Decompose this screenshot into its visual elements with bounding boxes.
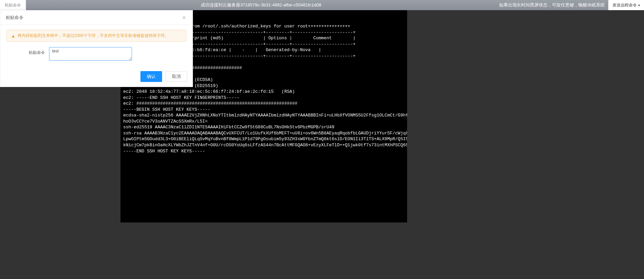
toolbar-spacer — [325, 0, 496, 10]
paste-field-control — [49, 47, 132, 62]
top-tab-paste[interactable]: 粘贴命令 — [0, 0, 26, 10]
form-row-paste: 粘贴命令 — [6, 47, 186, 62]
dialog-header: 粘贴命令 × — [0, 10, 193, 25]
black-screen-hint: 如果出现长时间黑屏状态，可按任意键，唤醒休眠系统 — [496, 0, 608, 10]
top-toolbar: 粘贴命令 成功连接到云服务器3718579c-3b31-4892-afbe-c5… — [0, 0, 644, 10]
confirm-button[interactable]: 确认 — [140, 71, 162, 82]
close-icon: × — [182, 14, 186, 21]
warning-icon: ▲ — [11, 33, 16, 39]
cancel-button[interactable]: 取消 — [165, 71, 187, 82]
send-remote-command-button[interactable]: 发送远程命令 ▾ — [608, 0, 644, 10]
alert-text: 将内容粘贴到文本框中，不超过2000个字符，不支持中文等非标准键盘值特殊字符。 — [18, 33, 169, 39]
dialog-close-button[interactable]: × — [181, 15, 187, 21]
content-area: an x86_64 +++++++++Authorized keys from … — [0, 10, 644, 279]
dialog-body: ▲ 将内容粘贴到文本框中，不超过2000个字符，不支持中文等非标准键盘值特殊字符… — [0, 25, 193, 68]
connection-status: 成功连接到云服务器3718579c-3b31-4892-afbe-c50481f… — [197, 0, 325, 10]
dialog-footer: 确认 取消 — [0, 68, 193, 87]
toolbar-spacer — [26, 0, 197, 10]
send-remote-command-label: 发送远程命令 — [613, 2, 637, 8]
dialog-title: 粘贴命令 — [6, 15, 23, 21]
alert-warning: ▲ 将内容粘贴到文本框中，不超过2000个字符，不支持中文等非标准键盘值特殊字符… — [6, 30, 186, 42]
paste-command-textarea[interactable] — [49, 47, 132, 61]
paste-field-label: 粘贴命令 — [6, 47, 49, 56]
paste-command-dialog: 粘贴命令 × ▲ 将内容粘贴到文本框中，不超过2000个字符，不支持中文等非标准… — [0, 10, 193, 87]
caret-down-icon: ▾ — [638, 3, 640, 7]
